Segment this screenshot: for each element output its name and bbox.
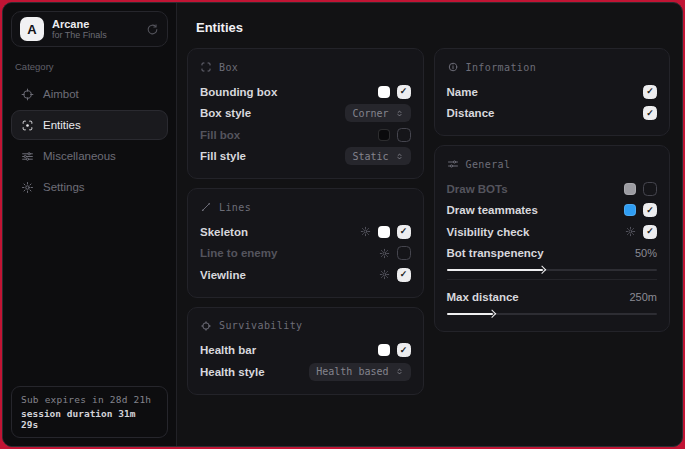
visibility-check-settings-gear-icon[interactable]	[625, 226, 636, 237]
chevrons-up-down-icon	[395, 152, 404, 161]
information-card: Information Name ✓ Distance ✓	[434, 48, 671, 136]
chevrons-up-down-icon	[395, 367, 404, 376]
bot-transparency-value: 50%	[635, 247, 657, 259]
health-bar-color-swatch[interactable]	[378, 344, 390, 356]
general-card: General Draw BOTs ✓ Draw teammates	[434, 145, 671, 332]
fill-box-checkbox[interactable]: ✓	[397, 128, 411, 142]
skeleton-settings-gear-icon[interactable]	[360, 226, 371, 237]
card-columns: Box Bounding box ✓ Box style Co	[187, 48, 670, 395]
slider-divider	[447, 279, 658, 280]
skeleton-row: Skeleton ✓	[200, 221, 411, 243]
main-panel: Entities Box Bounding box ✓	[177, 3, 682, 446]
sidebar-item-label: Aimbot	[43, 88, 79, 100]
crosshair-icon	[21, 88, 34, 101]
draw-teammates-color-swatch[interactable]	[624, 204, 636, 216]
visibility-check-row: Visibility check ✓	[447, 221, 658, 243]
slider-thumb[interactable]	[538, 265, 546, 273]
sidebar-item-label: Entities	[43, 119, 81, 131]
viewline-checkbox[interactable]: ✓	[397, 268, 411, 282]
bounding-box-checkbox[interactable]: ✓	[397, 85, 411, 99]
health-bar-checkbox[interactable]: ✓	[397, 343, 411, 357]
fill-box-color-swatch[interactable]	[378, 129, 390, 141]
line-to-enemy-settings-gear-icon[interactable]	[379, 248, 390, 259]
max-distance-slider[interactable]	[447, 313, 658, 315]
diagonal-line-icon	[200, 201, 212, 213]
bot-transparency-slider[interactable]	[447, 269, 658, 271]
draw-teammates-row: Draw teammates ✓	[447, 200, 658, 222]
box-brackets-icon	[200, 61, 212, 73]
general-card-header: General	[447, 158, 658, 170]
app-subtitle: for The Finals	[52, 30, 107, 40]
checkmark-icon: ✓	[400, 227, 408, 236]
general-sliders-icon	[447, 158, 459, 170]
fill-box-row: Fill box ✓	[200, 124, 411, 146]
sidebar: A Arcane for The Finals Category Aimbot …	[3, 3, 177, 446]
name-row: Name ✓	[447, 81, 658, 103]
checkmark-icon: ✓	[400, 346, 408, 355]
session-duration-text: session duration 31m 29s	[21, 408, 158, 430]
left-column: Box Bounding box ✓ Box style Co	[187, 48, 424, 395]
sidebar-item-aimbot[interactable]: Aimbot	[11, 79, 168, 109]
info-icon	[447, 61, 459, 73]
skeleton-checkbox[interactable]: ✓	[397, 225, 411, 239]
max-distance-value: 250m	[629, 291, 657, 303]
bounding-box-row: Bounding box ✓	[200, 81, 411, 103]
draw-bots-row: Draw BOTs ✓	[447, 178, 658, 200]
sidebar-item-label: Miscellaneous	[43, 150, 116, 162]
category-label: Category	[15, 61, 164, 72]
app-logo: A	[20, 17, 44, 41]
subscription-info: Sub expires in 28d 21h session duration …	[11, 386, 168, 438]
sidebar-item-miscellaneous[interactable]: Miscellaneous	[11, 141, 168, 171]
viewline-row: Viewline ✓	[200, 264, 411, 286]
name-checkbox[interactable]: ✓	[643, 85, 657, 99]
health-style-row: Health style Health based	[200, 361, 411, 383]
viewline-settings-gear-icon[interactable]	[379, 269, 390, 280]
refresh-icon[interactable]	[146, 23, 159, 36]
skeleton-color-swatch[interactable]	[378, 226, 390, 238]
chevrons-up-down-icon	[395, 109, 404, 118]
draw-bots-checkbox[interactable]: ✓	[643, 182, 657, 196]
box-card-header: Box	[200, 61, 411, 73]
gear-icon	[21, 181, 34, 194]
bounding-box-color-swatch[interactable]	[378, 86, 390, 98]
line-to-enemy-row: Line to enemy ✓	[200, 243, 411, 265]
checkmark-icon: ✓	[400, 87, 408, 96]
sidebar-item-entities[interactable]: Entities	[11, 110, 168, 140]
distance-row: Distance ✓	[447, 103, 658, 125]
sidebar-header: A Arcane for The Finals	[11, 11, 168, 47]
draw-bots-color-swatch[interactable]	[624, 183, 636, 195]
fill-style-dropdown[interactable]: Static	[345, 147, 410, 165]
survivability-card-header: Survivability	[200, 320, 411, 332]
box-style-row: Box style Corner	[200, 103, 411, 125]
draw-teammates-checkbox[interactable]: ✓	[643, 203, 657, 217]
fill-style-row: Fill style Static	[200, 146, 411, 168]
checkmark-icon: ✓	[646, 206, 654, 215]
sidebar-item-label: Settings	[43, 181, 85, 193]
survivability-card: Survivability Health bar ✓ Health style	[187, 307, 424, 395]
checkmark-icon: ✓	[646, 87, 654, 96]
slider-thumb[interactable]	[488, 309, 496, 317]
lines-card-header: Lines	[200, 201, 411, 213]
app-name: Arcane	[52, 18, 107, 31]
checkmark-icon: ✓	[400, 270, 408, 279]
box-style-dropdown[interactable]: Corner	[345, 104, 410, 122]
sliders-icon	[21, 150, 34, 163]
sub-expiry-text: Sub expires in 28d 21h	[21, 394, 158, 405]
information-card-header: Information	[447, 61, 658, 73]
box-card: Box Bounding box ✓ Box style Co	[187, 48, 424, 179]
health-bar-row: Health bar ✓	[200, 340, 411, 362]
distance-checkbox[interactable]: ✓	[643, 106, 657, 120]
max-distance-row: Max distance 250m	[447, 287, 658, 307]
visibility-check-checkbox[interactable]: ✓	[643, 225, 657, 239]
health-style-dropdown[interactable]: Health based	[309, 363, 410, 381]
app-window: A Arcane for The Finals Category Aimbot …	[2, 2, 683, 447]
app-titles: Arcane for The Finals	[52, 18, 107, 41]
checkmark-icon: ✓	[646, 227, 654, 236]
line-to-enemy-checkbox[interactable]: ✓	[397, 246, 411, 260]
entities-icon	[21, 119, 34, 132]
page-title: Entities	[196, 20, 670, 35]
checkmark-icon: ✓	[646, 109, 654, 118]
survivability-icon	[200, 320, 212, 332]
bot-transparency-row: Bot transpenency 50%	[447, 243, 658, 263]
sidebar-item-settings[interactable]: Settings	[11, 172, 168, 202]
